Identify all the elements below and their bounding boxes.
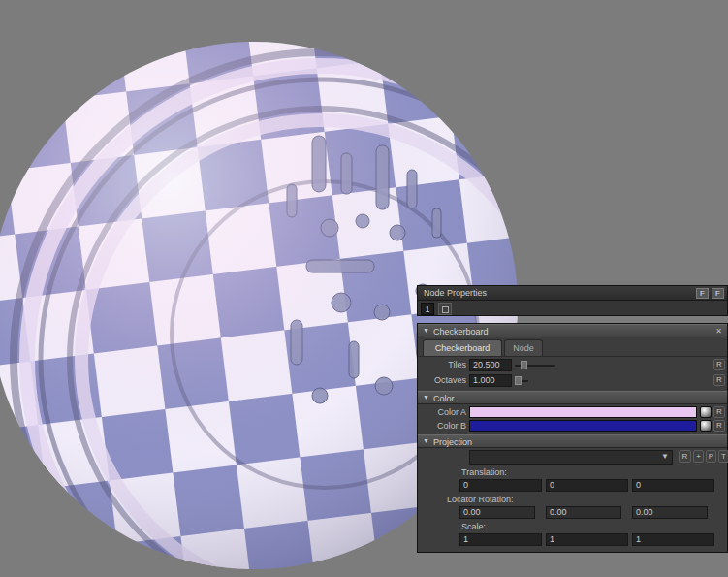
octaves-label: Octaves	[422, 374, 466, 387]
section-label: Projection	[433, 436, 472, 448]
color-b-reset-button[interactable]: R	[713, 420, 725, 432]
tiles-field[interactable]: 20.500	[469, 359, 512, 371]
color-a-label: Color A	[422, 406, 466, 419]
octaves-reset-button[interactable]: R	[713, 374, 725, 386]
index-menu-button[interactable]	[438, 303, 452, 315]
color-picker-icon[interactable]	[700, 406, 712, 418]
collapse-triangle-icon: ▼	[423, 394, 429, 401]
translation-x-field[interactable]: 0	[459, 479, 542, 492]
scale-x-field[interactable]: 1	[459, 533, 542, 546]
section-header-color[interactable]: ▼ Color	[418, 391, 727, 404]
close-icon[interactable]: ✕	[715, 326, 722, 337]
rotation-y-field[interactable]: 0.00	[546, 506, 621, 519]
section-header-projection[interactable]: ▼ Projection	[418, 434, 727, 448]
octaves-field[interactable]: 1.000	[469, 374, 512, 387]
projection-reset-button[interactable]: R	[679, 450, 691, 463]
tiles-label: Tiles	[422, 359, 466, 371]
scale-y-field[interactable]: 1	[546, 533, 628, 546]
panel-titlebar[interactable]: Node Properties F F	[418, 286, 727, 301]
translation-z-field[interactable]: 0	[632, 479, 714, 492]
selection-index-row: 1	[418, 301, 727, 317]
tab-divider	[418, 356, 727, 357]
chevron-down-icon: ▼	[661, 452, 669, 461]
projection-add-button[interactable]: +	[693, 450, 704, 463]
color-a-reset-button[interactable]: R	[713, 406, 725, 418]
tiles-slider-handle[interactable]	[521, 361, 527, 369]
tab-node[interactable]: Node	[504, 339, 543, 356]
octaves-slider-handle[interactable]	[515, 376, 522, 385]
collapse-triangle-icon: ▼	[423, 327, 429, 334]
panel-title: Node Properties	[424, 286, 487, 301]
rotation-x-field[interactable]: 0.00	[459, 506, 535, 519]
tab-checkerboard[interactable]: Checkerboard	[423, 339, 502, 356]
section-label: Checkerboard	[433, 326, 489, 337]
node-properties-header: Node Properties F F 1	[417, 285, 728, 316]
form-view-icon[interactable]: F	[712, 288, 724, 299]
scale-label: Scale:	[461, 522, 486, 532]
form-layout-icon[interactable]: F	[696, 288, 709, 299]
color-b-label: Color B	[422, 420, 466, 433]
section-header-checkerboard[interactable]: ▼ Checkerboard ✕	[418, 324, 727, 337]
viewport-3d[interactable]: Node Properties F F 1 ▼ Checkerboard ✕ C…	[0, 0, 728, 577]
scale-z-field[interactable]: 1	[632, 533, 714, 546]
color-b-swatch[interactable]	[469, 420, 697, 432]
rotation-label: Locator Rotation:	[447, 495, 514, 505]
color-picker-icon[interactable]	[700, 420, 712, 432]
projection-t-button[interactable]: T	[718, 450, 728, 463]
color-a-swatch[interactable]	[469, 406, 697, 418]
tiles-reset-button[interactable]: R	[713, 359, 725, 370]
collapse-triangle-icon: ▼	[423, 437, 429, 444]
rotation-z-field[interactable]: 0.00	[632, 506, 708, 519]
section-label: Color	[433, 393, 455, 404]
square-icon	[442, 306, 449, 313]
translation-label: Translation:	[461, 467, 507, 478]
translation-y-field[interactable]: 0	[546, 479, 628, 492]
projection-dropdown[interactable]: ▼	[469, 450, 673, 465]
selection-index-field[interactable]: 1	[421, 303, 434, 315]
node-properties-panel: ▼ Checkerboard ✕ Checkerboard Node Tiles…	[417, 323, 728, 553]
projection-p-button[interactable]: P	[706, 450, 716, 463]
